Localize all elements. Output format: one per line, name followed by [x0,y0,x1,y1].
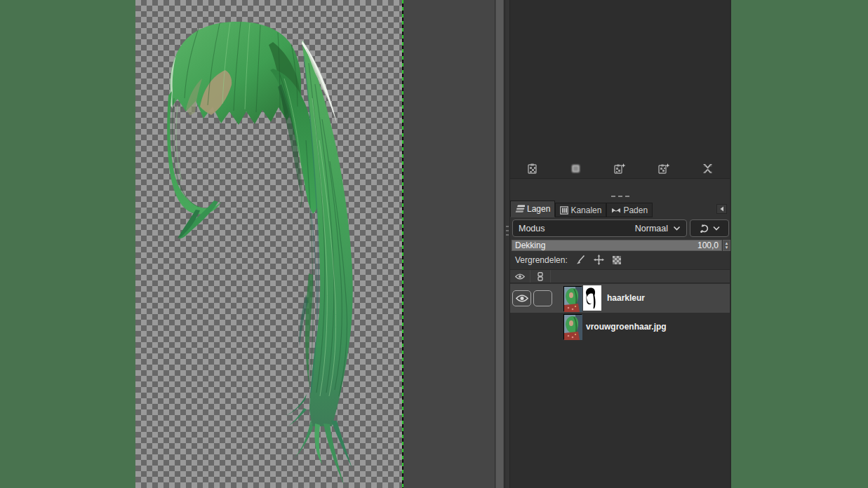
scrollbar-thumb[interactable] [495,0,504,488]
reset-circular-arrow-icon [700,224,709,233]
hair-cutout-image [135,0,402,488]
paintbrush-icon [575,255,586,265]
tab-menu-button[interactable] [716,204,727,214]
blurred-thumbnail-icon [570,163,582,175]
chevron-down-icon [713,226,720,231]
layers-icon [515,205,525,213]
spinner-down-icon[interactable]: ▼ [725,245,729,250]
buffers-panel [510,0,730,179]
delete-buffer-button[interactable] [700,161,716,176]
canvas-vertical-scrollbar[interactable] [495,0,505,488]
layer-row-vrouwgroenhaar[interactable]: vrouwgroenhaar.jpg [510,313,730,341]
tab-kanalen-label: Kanalen [570,205,601,215]
mode-reset-button[interactable] [690,219,729,237]
mode-dropdown[interactable]: Modus Normaal [512,219,687,237]
splitter-grip-icon [506,223,509,238]
tab-paden[interactable]: Paden [606,203,653,217]
chain-link-icon [537,272,544,281]
clipboard-checker-icon [526,163,538,175]
portrait-thumbnail-image [564,287,582,312]
clipboard-duplicate-icon [657,163,670,175]
mode-value: Normaal [635,224,668,233]
image-canvas[interactable] [135,0,402,488]
layer-mask-thumbnail[interactable] [583,285,601,311]
mask-thumbnail-image [585,287,600,309]
layer-thumbnail[interactable] [563,286,582,311]
clipboard-new-icon [613,163,626,175]
right-dock: Lagen Kanalen Paden [510,0,731,488]
layer-link-toggle[interactable] [533,290,552,306]
visibility-column-header[interactable] [510,270,530,283]
tab-paden-label: Paden [623,205,648,215]
layer-list-header [510,269,730,283]
layer-visibility-toggle[interactable] [512,290,531,306]
layer-mode-row: Modus Normaal [512,219,729,237]
layer-name[interactable]: haarkleur [607,293,645,303]
tab-kanalen[interactable]: Kanalen [555,203,606,217]
layer-thumbnail[interactable] [563,314,582,339]
buffers-button-row [510,161,730,176]
link-column-header[interactable] [530,270,551,283]
opacity-value: 100,0 [697,240,719,250]
paths-icon [611,206,621,215]
chevron-down-icon [673,226,681,231]
channels-icon [560,206,568,215]
dock-splitter-handle[interactable] [505,0,510,488]
canvas-window-padding [403,0,495,488]
paste-buffer-into-button[interactable] [568,161,585,176]
portrait-thumbnail-image [564,315,582,340]
lock-row: Vergrendelen: [515,253,622,266]
move-cross-icon [594,255,604,265]
pane-resize-grip[interactable] [510,196,730,197]
mode-label: Modus [519,224,545,233]
delete-x-icon [702,163,714,175]
tab-lagen[interactable]: Lagen [510,201,555,217]
lock-label: Vergrendelen: [515,255,568,265]
eye-icon [516,294,528,302]
lock-alpha-button[interactable] [612,255,622,265]
paste-as-new-image-button[interactable] [655,161,672,176]
tab-lagen-label: Lagen [527,204,550,214]
layer-name[interactable]: vrouwgroenhaar.jpg [586,322,667,332]
layer-row-haarkleur[interactable]: haarkleur [510,284,730,313]
opacity-slider[interactable]: Dekking 100,0 [512,240,722,251]
alpha-checker-icon [612,255,622,265]
gimp-screen: Lagen Kanalen Paden [0,0,868,488]
lock-pixels-button[interactable] [575,255,586,265]
opacity-label: Dekking [515,240,545,250]
lock-position-button[interactable] [594,255,604,265]
eye-icon [515,273,525,280]
triangle-left-icon [719,206,725,212]
paste-buffer-button[interactable] [523,161,540,176]
paste-as-new-layer-button[interactable] [611,161,628,176]
dialog-tabbar: Lagen Kanalen Paden [510,201,730,217]
opacity-spinner[interactable]: ▲ ▼ [723,240,730,251]
layer-list: haarkleur vrouwgroenhaar.jpg [510,284,730,488]
